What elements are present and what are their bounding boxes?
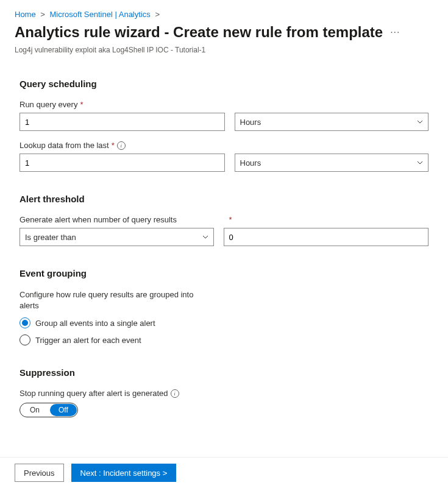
toggle-off-label: Off <box>50 404 77 416</box>
required-indicator: * <box>229 215 232 224</box>
breadcrumb-separator: > <box>40 10 45 19</box>
lookup-input[interactable] <box>20 154 225 172</box>
breadcrumb: Home > Microsoft Sentinel | Analytics > <box>0 0 448 21</box>
suppression-title: Suppression <box>20 367 428 378</box>
next-button[interactable]: Next : Incident settings > <box>71 464 177 482</box>
event-grouping-section: Event grouping Configure how rule query … <box>20 268 428 345</box>
generate-alert-label: Generate alert when number of query resu… <box>20 215 219 224</box>
event-grouping-description: Configure how rule query results are gro… <box>20 289 208 311</box>
run-every-unit-select[interactable]: Hours <box>235 113 429 131</box>
suppression-section: Suppression Stop running query after ale… <box>20 367 428 417</box>
radio-label: Trigger an alert for each event <box>35 336 141 345</box>
wizard-footer: Previous Next : Incident settings > <box>0 457 448 488</box>
threshold-operator-select[interactable]: Is greater than <box>20 228 214 246</box>
suppression-label: Stop running query after alert is genera… <box>20 389 428 398</box>
run-every-input[interactable] <box>20 113 225 131</box>
page-header: Analytics rule wizard - Create new rule … <box>0 21 448 46</box>
lookup-unit-select[interactable]: Hours <box>235 154 429 172</box>
radio-trigger-each-event[interactable]: Trigger an alert for each event <box>20 334 428 345</box>
radio-icon <box>20 317 30 328</box>
required-indicator: * <box>112 141 115 150</box>
alert-threshold-section: Alert threshold Generate alert when numb… <box>20 194 428 246</box>
previous-button[interactable]: Previous <box>15 464 64 482</box>
more-actions-icon[interactable]: ··· <box>390 27 400 38</box>
query-scheduling-section: Query scheduling Run query every * Hours… <box>20 79 428 172</box>
breadcrumb-separator: > <box>155 10 160 19</box>
page-title: Analytics rule wizard - Create new rule … <box>15 24 383 41</box>
event-grouping-title: Event grouping <box>20 268 428 278</box>
toggle-on-label: On <box>20 403 49 417</box>
page-subtitle: Log4j vulnerability exploit aka Log4Shel… <box>0 46 448 69</box>
breadcrumb-home[interactable]: Home <box>15 10 36 19</box>
info-icon[interactable]: i <box>117 141 126 150</box>
radio-label: Group all events into a single alert <box>35 319 155 328</box>
info-icon[interactable]: i <box>171 389 179 398</box>
radio-group-single-alert[interactable]: Group all events into a single alert <box>20 317 428 328</box>
radio-icon <box>20 334 30 345</box>
run-every-label: Run query every * <box>20 100 428 109</box>
breadcrumb-sentinel[interactable]: Microsoft Sentinel | Analytics <box>50 10 151 19</box>
threshold-value-input[interactable] <box>224 228 429 246</box>
required-indicator: * <box>80 100 83 109</box>
lookup-label: Lookup data from the last * i <box>20 141 428 150</box>
alert-threshold-title: Alert threshold <box>20 194 428 204</box>
suppression-toggle[interactable]: On Off <box>20 403 78 417</box>
query-scheduling-title: Query scheduling <box>20 79 428 89</box>
